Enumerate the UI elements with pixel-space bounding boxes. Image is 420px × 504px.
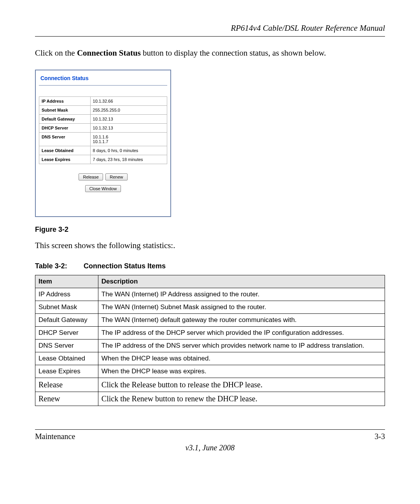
table-row: DNS ServerThe IP address of the DNS serv… (35, 340, 385, 352)
description-cell: The IP address of the DNS server which p… (98, 340, 385, 352)
intro-post: button to display the connection status,… (141, 48, 326, 58)
table-caption-label: Table 3-2: (35, 262, 82, 270)
footer-left: Maintenance (35, 432, 75, 441)
intro-bold: Connection Status (77, 48, 141, 58)
description-cell: The WAN (Internet) IP Address assigned t… (98, 288, 385, 301)
table-row: Subnet MaskThe WAN (Internet) Subnet Mas… (35, 301, 385, 314)
intro-paragraph: Click on the Connection Status button to… (35, 48, 385, 58)
description-cell: The IP address of the DHCP server which … (98, 327, 385, 340)
status-label: DHCP Server (39, 124, 91, 133)
status-value: 10.1.32.13 (90, 124, 167, 133)
status-row: DHCP Server10.1.32.13 (39, 124, 167, 133)
item-cell: DNS Server (35, 340, 98, 352)
panel-divider (39, 85, 167, 86)
intro-pre: Click on the (35, 48, 77, 58)
table-row: Lease ObtainedWhen the DHCP lease was ob… (35, 352, 385, 365)
status-value: 8 days, 0 hrs, 0 minutes (90, 146, 167, 155)
status-label: DNS Server (39, 133, 91, 146)
status-label: Default Gateway (39, 115, 91, 124)
description-cell: The WAN (Internet) Subnet Mask assigned … (98, 301, 385, 314)
description-cell: When the DHCP lease was expires. (98, 365, 385, 378)
button-row-1: Release Renew (39, 173, 167, 181)
item-cell: Renew (35, 392, 98, 406)
status-label: Lease Obtained (39, 146, 91, 155)
close-window-button[interactable]: Close Window (85, 185, 121, 192)
header-description: Description (98, 275, 385, 288)
status-row: Default Gateway10.1.32.13 (39, 115, 167, 124)
description-cell: Click the Renew button to renew the DHCP… (98, 392, 385, 406)
release-button[interactable]: Release (79, 173, 103, 180)
item-cell: Release (35, 378, 98, 392)
item-cell: Lease Obtained (35, 352, 98, 365)
table-row: Default GatewayThe WAN (Internet) defaul… (35, 314, 385, 327)
status-row: IP Address10.1.32.66 (39, 97, 167, 106)
footer-right: 3-3 (374, 432, 385, 441)
item-cell: IP Address (35, 288, 98, 301)
status-value: 10.1.32.66 (90, 97, 167, 106)
status-value: 255.255.255.0 (90, 106, 167, 115)
description-cell: The WAN (Internet) default gateway the r… (98, 314, 385, 327)
status-row: DNS Server10.1.1.6 10.1.1.7 (39, 133, 167, 146)
renew-button[interactable]: Renew (105, 173, 127, 180)
description-cell: Click the Release button to release the … (98, 378, 385, 392)
status-value: 10.1.32.13 (90, 115, 167, 124)
description-cell: When the DHCP lease was obtained. (98, 352, 385, 365)
status-row: Lease Expires7 days, 23 hrs, 18 minutes (39, 155, 167, 164)
item-cell: Lease Expires (35, 365, 98, 378)
table-row: IP AddressThe WAN (Internet) IP Address … (35, 288, 385, 301)
panel-title: Connection Status (39, 74, 167, 85)
description-table: Item Description IP AddressThe WAN (Inte… (35, 275, 385, 406)
status-value: 7 days, 23 hrs, 18 minutes (90, 155, 167, 164)
item-cell: DHCP Server (35, 327, 98, 340)
footer-row: Maintenance 3-3 (35, 432, 385, 441)
table-row: DHCP ServerThe IP address of the DHCP se… (35, 327, 385, 340)
figure-caption: Figure 3-2 (35, 226, 385, 234)
status-table: IP Address10.1.32.66Subnet Mask255.255.2… (39, 96, 167, 164)
header-item: Item (35, 275, 98, 288)
footer-divider (35, 429, 385, 430)
connection-status-panel: Connection Status IP Address10.1.32.66Su… (35, 70, 171, 217)
status-label: Subnet Mask (39, 106, 91, 115)
status-row: Lease Obtained8 days, 0 hrs, 0 minutes (39, 146, 167, 155)
page-header: RP614v4 Cable/DSL Router Reference Manua… (35, 23, 385, 37)
table-caption-title: Connection Status Items (84, 262, 166, 270)
item-cell: Default Gateway (35, 314, 98, 327)
footer-center: v3.1, June 2008 (35, 443, 385, 452)
table-row: Lease ExpiresWhen the DHCP lease was exp… (35, 365, 385, 378)
status-value: 10.1.1.6 10.1.1.7 (90, 133, 167, 146)
item-cell: Subnet Mask (35, 301, 98, 314)
button-row-2: Close Window (39, 184, 167, 193)
status-label: Lease Expires (39, 155, 91, 164)
table-row: RenewClick the Renew button to renew the… (35, 392, 385, 406)
table-row: ReleaseClick the Release button to relea… (35, 378, 385, 392)
table-caption: Table 3-2: Connection Status Items (35, 262, 385, 270)
status-label: IP Address (39, 97, 91, 106)
status-row: Subnet Mask255.255.255.0 (39, 106, 167, 115)
statistics-text: This screen shows the following statisti… (35, 241, 385, 250)
